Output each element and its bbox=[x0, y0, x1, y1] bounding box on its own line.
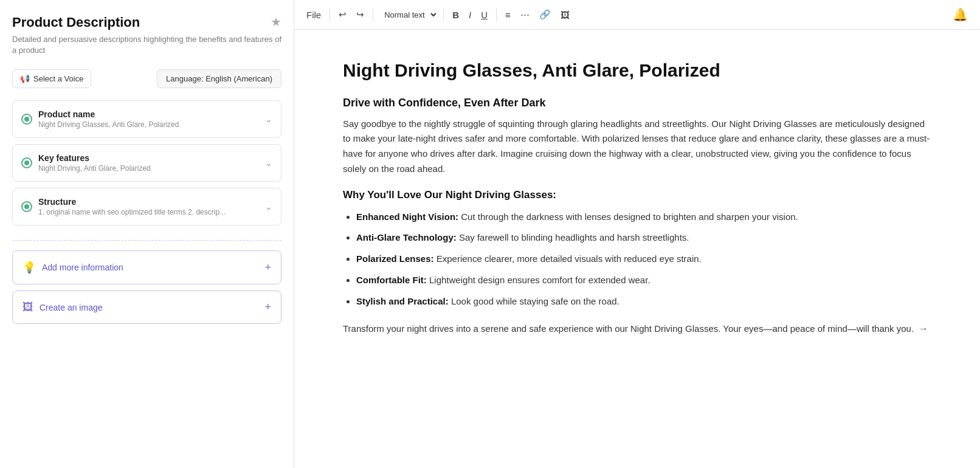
list-item-text: Cut through the darkness with lenses des… bbox=[461, 212, 798, 222]
list-item-text: Say farewell to blinding headlights and … bbox=[459, 232, 689, 243]
add-more-information-button[interactable]: 💡 Add more information + bbox=[12, 250, 281, 284]
language-button[interactable]: Language: English (American) bbox=[157, 69, 281, 88]
toolbar: File ↩ ↪ Normal text Heading 1 Heading 2… bbox=[294, 0, 980, 30]
field-value-key-features: Night Driving, Anti Glare, Polarized bbox=[38, 164, 151, 173]
plus-icon: + bbox=[264, 261, 271, 274]
numbered-list-button[interactable]: ⋯ bbox=[517, 7, 533, 22]
section-divider bbox=[12, 240, 281, 241]
underline-icon: U bbox=[481, 10, 488, 20]
list-item: Anti-Glare Technology: Say farewell to b… bbox=[356, 230, 931, 246]
fields-section: Product name Night Driving Glasses, Anti… bbox=[12, 100, 281, 225]
create-image-label: Create an image bbox=[40, 303, 103, 312]
panel-subtitle: Detailed and persuasive descriptions hig… bbox=[12, 34, 281, 56]
image-create-icon: 🖼 bbox=[22, 301, 33, 314]
add-info-label: Add more information bbox=[42, 263, 123, 272]
structure-field[interactable]: Structure 1. original name with seo opti… bbox=[12, 188, 281, 225]
list-item: Comfortable Fit: Lightweight design ensu… bbox=[356, 273, 931, 288]
redo-button[interactable]: ↪ bbox=[353, 7, 368, 22]
list-item: Polarized Lenses: Experience clearer, mo… bbox=[356, 252, 931, 267]
undo-icon: ↩ bbox=[339, 9, 347, 20]
select-voice-button[interactable]: 📢 Select a Voice bbox=[12, 69, 91, 88]
voice-button-label: Select a Voice bbox=[33, 74, 83, 83]
chevron-down-icon: ⌄ bbox=[265, 202, 272, 212]
create-image-button[interactable]: 🖼 Create an image + bbox=[12, 291, 281, 324]
list-item-text: Experience clearer, more detailed visual… bbox=[437, 253, 702, 264]
bold-button[interactable]: B bbox=[449, 7, 463, 22]
list-item-text: Lightweight design ensures comfort for e… bbox=[429, 275, 650, 285]
product-name-field[interactable]: Product name Night Driving Glasses, Anti… bbox=[12, 100, 281, 138]
field-label-structure: Structure bbox=[38, 197, 226, 207]
panel-header: Product Description ★ bbox=[12, 15, 281, 30]
more-options-button[interactable]: 🔔 bbox=[949, 5, 971, 24]
list-item-bold: Comfortable Fit: bbox=[356, 275, 427, 285]
toolbar-divider bbox=[330, 8, 330, 21]
toolbar-divider-3 bbox=[443, 8, 444, 21]
chevron-down-icon: ⌄ bbox=[265, 158, 272, 168]
key-features-field[interactable]: Key features Night Driving, Anti Glare, … bbox=[12, 144, 281, 182]
field-label-key-features: Key features bbox=[38, 153, 151, 163]
list-item-bold: Polarized Lenses: bbox=[356, 253, 434, 264]
format-select[interactable]: Normal text Heading 1 Heading 2 Heading … bbox=[378, 7, 438, 22]
language-label: Language: English (American) bbox=[166, 74, 272, 83]
toolbar-divider-2 bbox=[373, 8, 373, 21]
field-dot-product-name bbox=[21, 114, 32, 125]
field-value-product-name: Night Driving Glasses, Anti Glare, Polar… bbox=[38, 120, 179, 129]
arrow-right-icon: → bbox=[919, 321, 928, 337]
section1-heading: Drive with Confidence, Even After Dark bbox=[343, 97, 931, 109]
italic-icon: I bbox=[469, 10, 471, 20]
file-label: File bbox=[306, 10, 321, 20]
chevron-down-icon: ⌄ bbox=[265, 114, 272, 124]
footer-text: Transform your night drives into a seren… bbox=[343, 322, 914, 337]
field-dot-structure bbox=[21, 201, 32, 212]
list-item-bold: Stylish and Practical: bbox=[356, 296, 449, 306]
megaphone-icon: 📢 bbox=[20, 74, 30, 83]
list-item-text: Look good while staying safe on the road… bbox=[451, 296, 619, 306]
italic-button[interactable]: I bbox=[465, 7, 475, 22]
link-icon: 🔗 bbox=[539, 9, 551, 20]
plus-icon: + bbox=[264, 301, 271, 314]
field-label-product-name: Product name bbox=[38, 109, 179, 119]
favorite-icon[interactable]: ★ bbox=[271, 15, 281, 29]
lightbulb-icon: 💡 bbox=[22, 261, 36, 274]
bullet-list-icon: ≡ bbox=[505, 10, 511, 20]
file-menu-button[interactable]: File bbox=[303, 7, 325, 22]
section2-heading: Why You'll Love Our Night Driving Glasse… bbox=[343, 189, 931, 201]
list-item-bold: Anti-Glare Technology: bbox=[356, 232, 457, 243]
document-title: Night Driving Glasses, Anti Glare, Polar… bbox=[343, 59, 931, 82]
numbered-list-icon: ⋯ bbox=[520, 9, 530, 20]
underline-button[interactable]: U bbox=[477, 7, 491, 22]
editor-content[interactable]: Night Driving Glasses, Anti Glare, Polar… bbox=[294, 30, 980, 468]
left-panel: Product Description ★ Detailed and persu… bbox=[0, 0, 294, 468]
section1-body: Say goodbye to the nightly struggle of s… bbox=[343, 117, 931, 177]
field-dot-key-features bbox=[21, 157, 32, 168]
panel-title: Product Description bbox=[12, 15, 140, 30]
field-value-structure: 1. original name with seo optimized titl… bbox=[38, 208, 226, 216]
features-list: Enhanced Night Vision: Cut through the d… bbox=[343, 210, 931, 309]
more-options-icon: 🔔 bbox=[953, 7, 968, 22]
bold-icon: B bbox=[452, 10, 459, 20]
list-item-bold: Enhanced Night Vision: bbox=[356, 212, 458, 222]
redo-icon: ↪ bbox=[356, 9, 364, 20]
image-insert-button[interactable]: 🖼 bbox=[557, 7, 573, 22]
footer-section: Transform your night drives into a seren… bbox=[343, 321, 931, 337]
undo-button[interactable]: ↩ bbox=[335, 7, 350, 22]
voice-row: 📢 Select a Voice Language: English (Amer… bbox=[12, 69, 281, 88]
link-button[interactable]: 🔗 bbox=[536, 7, 554, 22]
right-panel: File ↩ ↪ Normal text Heading 1 Heading 2… bbox=[294, 0, 980, 468]
toolbar-divider-4 bbox=[496, 8, 497, 21]
list-item: Enhanced Night Vision: Cut through the d… bbox=[356, 210, 931, 225]
image-icon: 🖼 bbox=[561, 10, 570, 20]
list-item: Stylish and Practical: Look good while s… bbox=[356, 294, 931, 309]
bullet-list-button[interactable]: ≡ bbox=[502, 7, 514, 22]
